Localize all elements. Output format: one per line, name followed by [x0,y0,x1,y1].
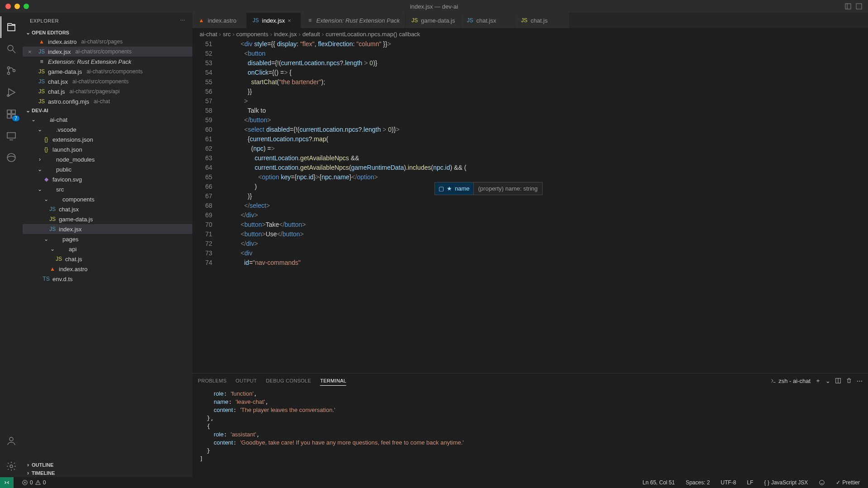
intellisense-popup[interactable]: ▢ ★ name (property) name: string [434,182,543,195]
close-icon[interactable]: × [28,48,35,55]
breadcrumb-item[interactable]: currentLocation.npcs.map() callback [326,31,420,38]
explorer-sidebar: EXPLORER ⋯ ⌄ OPEN EDITORS × ▲ index.astr… [23,13,192,477]
svg-rect-9 [7,110,11,114]
run-debug-activity[interactable] [0,81,22,103]
breadcrumb-item[interactable]: components [236,31,268,38]
account-activity[interactable] [0,430,22,452]
outline-section[interactable]: › OUTLINE [23,461,192,469]
open-editors-section[interactable]: ⌄ OPEN EDITORS [23,29,192,37]
project-section[interactable]: ⌄ DEV-AI [23,106,192,115]
file-icon: ◆ [43,176,50,182]
file-item[interactable]: ▲ index.astro [23,264,192,274]
editor-tab[interactable]: ▲ index.astro [192,13,247,28]
folder-item[interactable]: ⌄ ai-chat [23,115,192,124]
folder-item[interactable]: ⌄ api [23,244,192,254]
code-editor[interactable]: 5152535455565758596061626364656667686970… [192,39,868,373]
folder-item[interactable]: › node_modules [23,154,192,164]
edge-activity[interactable] [0,147,22,168]
file-item[interactable]: JS chat.js [23,254,192,264]
timeline-section[interactable]: › TIMELINE [23,469,192,477]
open-editor-item[interactable]: × JS astro.config.mjs ai-chat [23,96,192,106]
editor-tab[interactable]: ≡ Extension: Rust Extension Pack [301,13,405,28]
terminal-chevron-icon[interactable]: ⌄ [825,378,830,384]
svg-point-3 [8,45,13,51]
folder-item[interactable]: ⌄ pages [23,234,192,244]
feedback-icon[interactable] [816,479,828,486]
file-icon: JS [466,17,473,24]
breadcrumbs[interactable]: ai-chat›src›components›index.jsx›default… [192,29,868,39]
source-control-activity[interactable] [0,60,22,81]
breadcrumb-item[interactable]: default [302,31,320,38]
more-icon[interactable]: ⋯ [857,378,863,384]
remote-activity[interactable] [0,125,22,147]
editor-tab[interactable]: JS chat.js [515,13,569,28]
settings-activity[interactable] [0,455,22,477]
file-item[interactable]: {} launch.json [23,144,192,154]
close-icon[interactable]: × [288,17,291,24]
file-icon: JS [55,256,62,262]
panel-tab-problems[interactable]: PROBLEMS [198,376,227,385]
svg-point-16 [10,437,13,441]
breadcrumb-item[interactable]: src [223,31,230,38]
cursor-position[interactable]: Ln 65, Col 51 [640,479,677,486]
folder-item[interactable]: ⌄ public [23,164,192,174]
terminal-dropdown[interactable]: zsh - ai-chat [770,378,811,384]
window-controls [5,4,29,9]
file-item[interactable]: JS game-data.js [23,214,192,224]
maximize-window-button[interactable] [24,4,29,9]
svg-rect-0 [845,4,851,9]
panel-tab-output[interactable]: OUTPUT [236,376,257,385]
svg-point-6 [8,72,10,75]
file-item[interactable]: TS env.d.ts [23,274,192,284]
terminal-output[interactable]: role: 'function', name: 'leave-chat', co… [192,388,868,477]
breadcrumb-item[interactable]: index.jsx [274,31,297,38]
more-icon[interactable]: ⋯ [180,18,186,24]
editor-tab[interactable]: JS game-data.js [405,13,461,28]
intellisense-detail: (property) name: string [473,182,543,195]
panel-tab-debug-console[interactable]: DEBUG CONSOLE [266,376,311,385]
file-icon: ≡ [38,58,45,65]
file-item[interactable]: ◆ favicon.svg [23,174,192,184]
open-editor-item[interactable]: × JS index.jsx ai-chat/src/components [23,47,192,57]
open-editor-item[interactable]: × ▲ index.astro ai-chat/src/pages [23,37,192,47]
file-item[interactable]: JS index.jsx [23,224,192,234]
open-editor-item[interactable]: × JS game-data.js ai-chat/src/components [23,67,192,77]
explorer-activity[interactable] [0,16,22,38]
svg-point-8 [7,95,9,96]
trash-icon[interactable] [846,378,852,384]
indent-status[interactable]: Spaces: 2 [683,479,712,486]
remote-button[interactable] [0,477,14,488]
encoding-status[interactable]: UTF-8 [718,479,739,486]
file-icon: JS [38,98,45,105]
extensions-badge: 7 [12,115,19,121]
editor-tab[interactable]: JS chat.jsx [461,13,515,28]
errors-status[interactable]: 0 0 [19,479,48,486]
chevron-right-icon: › [24,470,32,476]
layout-controls[interactable] [844,3,863,10]
prettier-status[interactable]: ✓ Prettier [833,479,863,486]
file-item[interactable]: {} extensions.json [23,134,192,144]
panel-tab-terminal[interactable]: TERMINAL [320,376,346,386]
search-activity[interactable] [0,38,22,60]
folder-item[interactable]: ⌄ components [23,194,192,204]
file-icon: JS [38,48,45,55]
open-editor-item[interactable]: × ≡ Extension: Rust Extension Pack [23,57,192,67]
extensions-activity[interactable]: 7 [0,103,22,125]
property-icon: ▢ [439,184,444,193]
add-terminal-button[interactable]: ＋ [815,377,821,385]
file-item[interactable]: JS chat.jsx [23,204,192,214]
open-editor-item[interactable]: × JS chat.jsx ai-chat/src/components [23,77,192,86]
folder-item[interactable]: ⌄ src [23,184,192,194]
eol-status[interactable]: LF [744,479,756,486]
svg-point-7 [13,70,15,72]
language-status[interactable]: { } JavaScript JSX [762,479,811,486]
minimize-window-button[interactable] [14,4,20,9]
folder-item[interactable]: ⌄ .vscode [23,124,192,134]
open-editor-item[interactable]: × JS chat.js ai-chat/src/pages/api [23,86,192,96]
editor-tab[interactable]: JS index.jsx × [247,13,301,28]
split-terminal-button[interactable] [835,378,841,384]
breadcrumb-item[interactable]: ai-chat [200,31,217,38]
chevron-icon: ⌄ [36,166,43,172]
chevron-right-icon: › [24,462,32,468]
close-window-button[interactable] [5,4,11,9]
